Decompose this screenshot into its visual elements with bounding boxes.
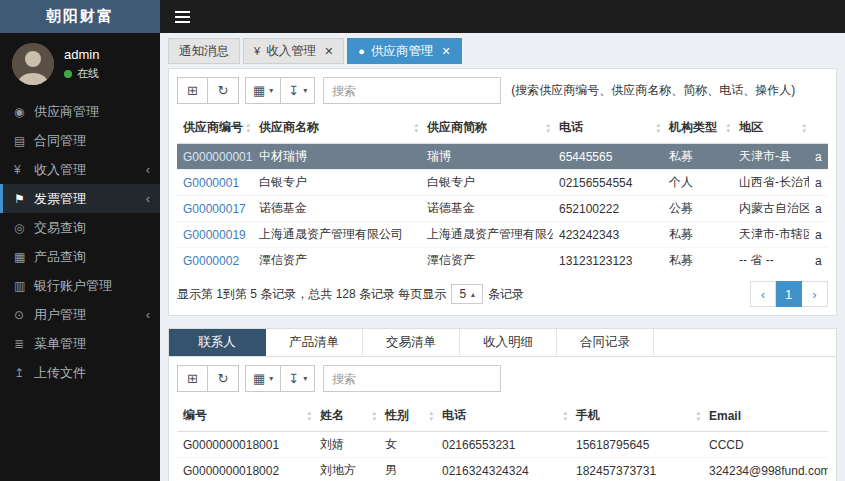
sidebar-item-user[interactable]: ⊙用户管理‹ [0,300,160,329]
table-row[interactable]: G0000000018中材瑞博瑞博65445565私募天津市-县a [177,144,828,170]
detail-tab-trades[interactable]: 交易清单 [363,329,460,356]
refresh-button[interactable]: ↻ [208,365,239,392]
sidebar-item-income[interactable]: ¥收入管理‹ [0,155,160,184]
tab-notice[interactable]: 通知消息 [168,38,240,64]
sidebar-item-upload[interactable]: ↥上传文件 [0,358,160,387]
column-header[interactable]: Email▴▾ [703,400,828,432]
close-icon[interactable]: ✕ [324,45,333,58]
sort-icon[interactable]: ▴▾ [802,122,806,134]
sidebar-item-label: 交易查询 [34,219,150,237]
sidebar: admin 在线 ◉供应商管理▤合同管理¥收入管理‹⚑发票管理‹◎交易查询▦产品… [0,33,160,481]
sort-icon[interactable]: ▴▾ [372,410,376,422]
caret-down-icon: ▾ [303,374,307,383]
sidebar-item-bank-account[interactable]: ▥银行账户管理 [0,271,160,300]
next-page-button[interactable]: › [802,281,828,307]
column-label: 性别 [385,408,409,422]
toggle-icon: ⊞ [187,83,198,98]
sort-down-icon: ▾ [414,128,418,134]
sidebar-item-product-query[interactable]: ▦产品查询 [0,242,160,271]
close-icon[interactable]: ✕ [442,45,451,58]
cell: 潭信资产 [421,248,553,274]
table-row[interactable]: G0000001白银专户白银专户02156554554个人山西省-长治市a [177,170,828,196]
tab-bar: 通知消息¥收入管理✕●供应商管理✕ [168,38,837,64]
hamburger-icon[interactable] [175,16,190,18]
menu-icon: ≣ [14,337,34,351]
sidebar-item-contract[interactable]: ▤合同管理 [0,126,160,155]
cell: a [809,144,828,170]
table-row[interactable]: G0000002潭信资产潭信资产13123123123私募-- 省 --a [177,248,828,274]
pagination-info: 显示第 1到第 5 条记录，总共 128 条记录 每页显示 5 ▴ 条记录 [177,284,524,304]
sort-icon[interactable]: ▴▾ [246,122,250,134]
table-row[interactable]: G00000017诺德基金诺德基金652100222公募内蒙古自治区a [177,196,828,222]
detail-tab-contracts[interactable]: 合同记录 [557,329,654,356]
chevron-left-icon: ‹ [146,191,150,206]
row-id-link[interactable]: G0000000018 [183,150,253,164]
column-header[interactable]: 姓名▴▾ [314,400,379,432]
page-1-button[interactable]: 1 [776,281,802,307]
table-row[interactable]: G0000000018001刘婧女0216655323115618795645C… [177,432,828,458]
detail-tab-products[interactable]: 产品清单 [266,329,363,356]
sidebar-item-trade-query[interactable]: ◎交易查询 [0,213,160,242]
toolbar-button-group: ▦▾↧▾ [245,77,315,104]
search-input[interactable] [323,365,501,392]
toggle-button[interactable]: ⊞ [177,77,208,104]
sort-icon[interactable]: ▴▾ [414,122,418,134]
sidebar-item-invoice[interactable]: ⚑发票管理‹ [0,184,160,213]
column-label: 编号 [183,408,207,422]
column-label: 供应商名称 [259,120,319,134]
sidebar-item-menu[interactable]: ≣菜单管理 [0,329,160,358]
cell: 天津市-县 [733,144,809,170]
cell: -- 省 -- [733,248,809,274]
column-label: 姓名 [320,408,344,422]
column-header[interactable]: 供应商简称▴▾ [421,112,553,144]
row-id-link[interactable]: G0000001 [183,176,239,190]
sort-icon[interactable]: ▴▾ [546,122,550,134]
cell: 刘婧 [314,432,379,458]
user-info: admin 在线 [64,47,99,81]
user-status[interactable]: 在线 [64,66,99,81]
sort-icon[interactable]: ▴▾ [696,410,700,422]
content-area: 通知消息¥收入管理✕●供应商管理✕ ⊞↻▦▾↧▾(搜索供应商编号、供应商名称、简… [160,33,845,481]
column-header[interactable]: 电话▴▾ [436,400,570,432]
row-id-link[interactable]: G00000017 [183,202,246,216]
table-row[interactable]: G0000000018002刘地方男0216324324324182457373… [177,458,828,481]
tab-supplier[interactable]: ●供应商管理✕ [347,38,461,64]
sort-down-icon: ▾ [726,128,730,134]
cell: 个人 [663,170,733,196]
sort-icon[interactable]: ▴▾ [307,410,311,422]
column-header[interactable]: 手机▴▾ [570,400,703,432]
export-button[interactable]: ↧▾ [281,77,315,104]
column-header[interactable]: 供应商编号▴▾ [177,112,253,144]
row-id-link[interactable]: G00000019 [183,228,246,242]
column-header[interactable]: 编号▴▾ [177,400,314,432]
column-header[interactable]: 电话▴▾ [553,112,663,144]
column-header[interactable]: 性别▴▾ [379,400,436,432]
refresh-button[interactable]: ↻ [208,77,239,104]
columns-button[interactable]: ▦▾ [245,365,281,392]
sort-icon[interactable]: ▴▾ [563,410,567,422]
table-row[interactable]: G00000019上海通晟资产管理有限公司上海通晟资产管理有限公司4232423… [177,222,828,248]
column-header[interactable]: 地区▴▾ [733,112,809,144]
detail-tab-income[interactable]: 收入明细 [460,329,557,356]
tab-income[interactable]: ¥收入管理✕ [243,38,344,64]
sidebar-item-supplier[interactable]: ◉供应商管理 [0,97,160,126]
row-id-link[interactable]: G0000002 [183,254,239,268]
toggle-button[interactable]: ⊞ [177,365,208,392]
sort-icon[interactable]: ▴▾ [429,410,433,422]
supplier-pagination-row: 显示第 1到第 5 条记录，总共 128 条记录 每页显示 5 ▴ 条记录 ‹ … [177,281,828,307]
search-input[interactable] [323,77,501,104]
detail-tab-contacts[interactable]: 联系人 [169,329,266,356]
prev-page-button[interactable]: ‹ [750,281,776,307]
columns-button[interactable]: ▦▾ [245,77,281,104]
cell: 诺德基金 [421,196,553,222]
brand-logo[interactable]: 朝阳财富 [0,0,160,33]
sort-icon[interactable]: ▴▾ [726,122,730,134]
caret-up-icon: ▴ [471,290,475,299]
cell: 13123123123 [553,248,663,274]
sort-icon[interactable]: ▴▾ [656,122,660,134]
column-label: Email [709,409,741,423]
page-size-select[interactable]: 5 ▴ [451,284,483,304]
export-button[interactable]: ↧▾ [281,365,315,392]
column-header[interactable]: 供应商名称▴▾ [253,112,421,144]
column-header[interactable]: 机构类型▴▾ [663,112,733,144]
